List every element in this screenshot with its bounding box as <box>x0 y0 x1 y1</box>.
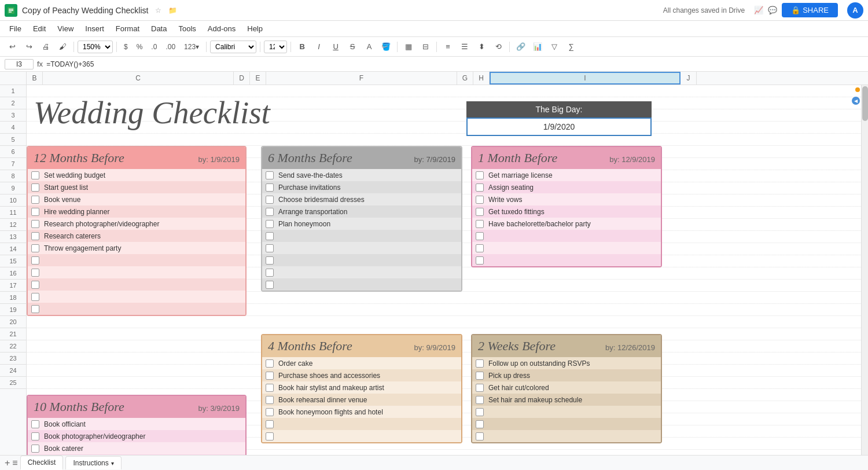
row-10[interactable]: 10 <box>0 194 26 207</box>
col-header-e[interactable]: E <box>250 72 266 85</box>
col-header-h[interactable]: H <box>473 72 490 85</box>
decimal-button[interactable]: .0 <box>148 42 160 52</box>
menu-insert[interactable]: Insert <box>80 23 109 34</box>
decimal2-button[interactable]: .00 <box>162 42 179 52</box>
menu-edit[interactable]: Edit <box>28 23 50 34</box>
checkbox[interactable] <box>266 232 274 240</box>
checkbox[interactable] <box>476 420 484 428</box>
paint-format-button[interactable]: 🖌 <box>55 40 70 54</box>
chart-icon[interactable]: 📈 <box>754 6 763 14</box>
row-13[interactable]: 13 <box>0 231 26 243</box>
merge-button[interactable]: ⊟ <box>418 40 433 54</box>
checkbox[interactable] <box>266 208 274 216</box>
folder-icon[interactable]: 📁 <box>168 6 177 14</box>
formula-content[interactable]: =TODAY()+365 <box>46 60 94 68</box>
checkbox[interactable] <box>266 281 274 289</box>
checkbox[interactable] <box>476 359 484 368</box>
checkbox[interactable] <box>266 220 274 228</box>
menu-file[interactable]: File <box>5 23 26 34</box>
checkbox[interactable] <box>31 293 39 301</box>
add-sheet-button[interactable]: + <box>5 458 10 468</box>
row-18[interactable]: 18 <box>0 292 26 304</box>
fill-color-button[interactable]: 🪣 <box>378 40 393 54</box>
row-6[interactable]: 6 <box>0 146 26 158</box>
row-22[interactable]: 22 <box>0 340 26 352</box>
checkbox[interactable] <box>31 432 39 440</box>
tab-checklist[interactable]: Checklist <box>20 456 64 470</box>
bold-button[interactable]: B <box>295 40 310 54</box>
zoom-select[interactable]: 150% 100% 75% <box>78 41 113 53</box>
checkbox[interactable] <box>31 220 39 228</box>
row-8[interactable]: 8 <box>0 170 26 182</box>
link-button[interactable]: 🔗 <box>513 40 528 54</box>
checkbox[interactable] <box>476 171 484 179</box>
checkbox[interactable] <box>476 408 484 416</box>
borders-button[interactable]: ▦ <box>401 40 416 54</box>
checkbox[interactable] <box>266 171 274 179</box>
row-14[interactable]: 14 <box>0 243 26 255</box>
row-9[interactable]: 9 <box>0 182 26 194</box>
comment-icon[interactable]: 💬 <box>768 6 777 14</box>
row-7[interactable]: 7 <box>0 158 26 170</box>
menu-help[interactable]: Help <box>242 23 267 34</box>
row-16[interactable]: 16 <box>0 267 26 280</box>
collapse-button[interactable]: ◀ <box>852 97 860 105</box>
checkbox[interactable] <box>266 183 274 192</box>
percent-button[interactable]: % <box>133 42 146 52</box>
menu-addons[interactable]: Add-ons <box>203 23 240 34</box>
print-button[interactable]: 🖨 <box>38 40 53 54</box>
checkbox[interactable] <box>31 244 39 252</box>
menu-data[interactable]: Data <box>146 23 171 34</box>
row-24[interactable]: 24 <box>0 365 26 377</box>
text-color-button[interactable]: A <box>362 40 377 54</box>
checkbox[interactable] <box>266 384 274 392</box>
checkbox[interactable] <box>266 408 274 416</box>
menu-format[interactable]: Format <box>111 23 144 34</box>
cell-reference[interactable]: I3 <box>5 59 34 69</box>
row-15[interactable]: 15 <box>0 255 26 267</box>
big-day-date[interactable]: 1/9/2020 <box>466 118 652 136</box>
tab-instructions[interactable]: Instructions ▾ <box>65 456 121 469</box>
undo-button[interactable]: ↩ <box>5 40 20 54</box>
filter-button[interactable]: ▽ <box>547 40 562 54</box>
currency-button[interactable]: $ <box>120 42 131 52</box>
font-size-select[interactable]: 12 10 14 <box>264 41 287 53</box>
col-header-c[interactable]: C <box>43 72 234 85</box>
checkbox[interactable] <box>31 281 39 289</box>
menu-view[interactable]: View <box>53 23 78 34</box>
more-formats-button[interactable]: 123▾ <box>181 42 203 52</box>
checkbox[interactable] <box>476 196 484 204</box>
col-header-b[interactable]: B <box>27 72 43 85</box>
checkbox[interactable] <box>266 244 274 252</box>
checkbox[interactable] <box>31 196 39 204</box>
checkbox[interactable] <box>31 256 39 265</box>
align-center-button[interactable]: ☰ <box>457 40 472 54</box>
wrap-button[interactable]: ⟲ <box>491 40 506 54</box>
row-4[interactable]: 4 <box>0 122 26 134</box>
scrollbar-right[interactable] <box>861 85 868 455</box>
row-17[interactable]: 17 <box>0 280 26 292</box>
checkbox[interactable] <box>266 432 274 440</box>
font-select[interactable]: Calibri <box>210 41 256 53</box>
checkbox[interactable] <box>266 196 274 204</box>
row-21[interactable]: 21 <box>0 328 26 340</box>
checkbox[interactable] <box>266 359 274 368</box>
checkbox[interactable] <box>266 256 274 265</box>
checkbox[interactable] <box>31 232 39 240</box>
checkbox[interactable] <box>476 220 484 228</box>
checkbox[interactable] <box>476 244 484 252</box>
checkbox[interactable] <box>31 208 39 216</box>
checkbox[interactable] <box>266 396 274 404</box>
function-button[interactable]: ∑ <box>564 40 579 54</box>
tab-dropdown-icon[interactable]: ▾ <box>111 460 114 467</box>
checkbox[interactable] <box>31 269 39 277</box>
checkbox[interactable] <box>476 396 484 404</box>
menu-tools[interactable]: Tools <box>174 23 200 34</box>
row-5[interactable]: 5 <box>0 134 26 146</box>
underline-button[interactable]: U <box>328 40 343 54</box>
col-header-d[interactable]: D <box>234 72 250 85</box>
checkbox[interactable] <box>266 420 274 428</box>
checkbox[interactable] <box>476 384 484 392</box>
star-icon[interactable]: ☆ <box>155 6 161 14</box>
strikethrough-button[interactable]: S <box>345 40 360 54</box>
